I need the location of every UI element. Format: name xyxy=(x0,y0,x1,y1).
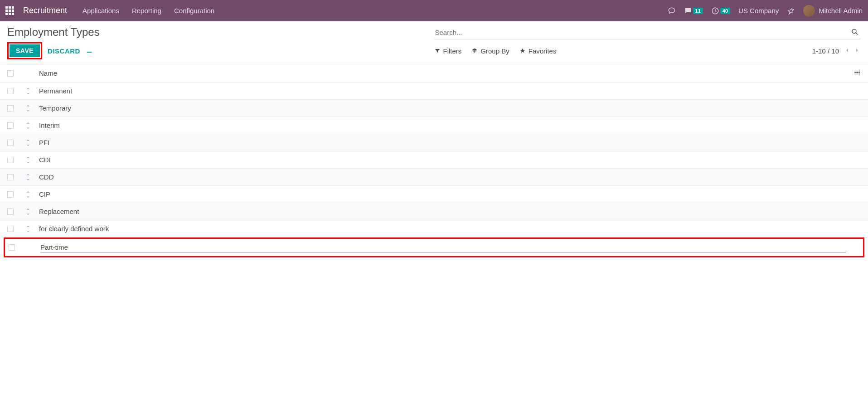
row-checkbox[interactable] xyxy=(7,208,14,215)
top-navbar: Recruitment Applications Reporting Confi… xyxy=(0,0,868,21)
drag-handle-icon[interactable] xyxy=(25,226,39,232)
search-icon[interactable] xyxy=(851,28,859,37)
table-row[interactable]: Replacement xyxy=(0,203,868,220)
messages-badge: 11 xyxy=(693,8,703,14)
filters-label: Filters xyxy=(443,47,462,55)
row-name: CIP xyxy=(39,190,847,198)
page-title: Employment Types xyxy=(7,26,434,39)
groupby-label: Group By xyxy=(480,47,509,55)
activities-badge: 40 xyxy=(720,8,730,14)
svg-line-2 xyxy=(856,33,858,34)
row-checkbox[interactable] xyxy=(7,105,14,111)
select-all-checkbox[interactable] xyxy=(7,70,14,77)
table-row[interactable]: PFI xyxy=(0,134,868,151)
row-checkbox[interactable] xyxy=(7,226,14,232)
drag-handle-icon[interactable] xyxy=(25,140,39,146)
activities-icon[interactable]: 40 xyxy=(711,7,730,15)
list-header: Name xyxy=(0,64,868,82)
support-icon[interactable] xyxy=(668,7,676,15)
apps-icon[interactable] xyxy=(5,6,14,15)
table-row[interactable]: CDD xyxy=(0,169,868,186)
row-checkbox[interactable] xyxy=(7,140,14,146)
drag-handle-icon[interactable] xyxy=(25,174,39,180)
pager: 1-10 / 10 xyxy=(812,47,861,55)
save-highlight: SAVE xyxy=(7,42,42,59)
drag-handle-icon[interactable] xyxy=(25,105,39,111)
pager-prev-icon[interactable] xyxy=(844,47,851,55)
table-row[interactable]: Interim xyxy=(0,117,868,134)
table-row[interactable]: Temporary xyxy=(0,100,868,117)
pager-text[interactable]: 1-10 / 10 xyxy=(812,47,839,55)
table-row[interactable]: for clearly defined work xyxy=(0,220,868,237)
app-brand[interactable]: Recruitment xyxy=(23,6,67,15)
messages-icon[interactable]: 11 xyxy=(684,7,703,15)
nav-configuration[interactable]: Configuration xyxy=(174,7,214,15)
control-panel: Employment Types SAVE DISCARD Filters xyxy=(0,21,868,64)
drag-handle-icon[interactable] xyxy=(25,191,39,198)
svg-point-1 xyxy=(852,29,856,33)
new-row-highlight xyxy=(4,237,864,257)
drag-handle-icon[interactable] xyxy=(25,88,39,94)
list-body: PermanentTemporaryInterimPFICDICDDCIPRep… xyxy=(0,82,868,237)
drag-handle-icon[interactable] xyxy=(25,122,39,129)
search-input[interactable] xyxy=(434,26,861,39)
row-checkbox[interactable] xyxy=(7,191,14,198)
optional-columns-icon[interactable] xyxy=(847,69,861,77)
search-bar[interactable] xyxy=(434,26,861,39)
save-button[interactable]: SAVE xyxy=(10,44,40,57)
table-row[interactable]: Permanent xyxy=(0,82,868,100)
svg-point-3 xyxy=(859,71,860,72)
row-name: for clearly defined work xyxy=(39,225,847,232)
favorites-button[interactable]: Favorites xyxy=(519,47,557,55)
discard-button[interactable]: DISCARD xyxy=(48,47,80,55)
row-name: Temporary xyxy=(39,104,847,112)
row-checkbox[interactable] xyxy=(7,157,14,163)
nav-reporting[interactable]: Reporting xyxy=(132,7,161,15)
drag-handle-icon[interactable] xyxy=(25,208,39,215)
favorites-label: Favorites xyxy=(529,47,557,55)
row-checkbox[interactable] xyxy=(7,174,14,180)
row-name: PFI xyxy=(39,139,847,146)
user-menu[interactable]: Mitchell Admin xyxy=(803,5,863,17)
groupby-button[interactable]: Group By xyxy=(471,47,509,55)
filters-button[interactable]: Filters xyxy=(434,47,462,55)
svg-point-4 xyxy=(859,72,860,73)
user-name: Mitchell Admin xyxy=(819,7,863,15)
row-name: CDD xyxy=(39,173,847,181)
table-row[interactable]: CDI xyxy=(0,151,868,169)
company-switcher[interactable]: US Company xyxy=(738,7,779,15)
row-name: Replacement xyxy=(39,208,847,215)
row-checkbox[interactable] xyxy=(7,88,14,94)
avatar xyxy=(803,5,815,17)
row-name: Interim xyxy=(39,121,847,129)
row-name: Permanent xyxy=(39,87,847,95)
row-checkbox[interactable] xyxy=(7,122,14,129)
table-row[interactable]: CIP xyxy=(0,186,868,203)
row-checkbox[interactable] xyxy=(9,244,15,251)
new-name-input[interactable] xyxy=(40,242,846,252)
export-icon[interactable] xyxy=(86,47,93,55)
debug-icon[interactable] xyxy=(787,7,795,15)
table-row-new[interactable] xyxy=(5,239,863,256)
drag-handle-icon[interactable] xyxy=(25,157,39,163)
nav-applications[interactable]: Applications xyxy=(82,7,119,15)
row-name: CDI xyxy=(39,156,847,164)
pager-next-icon[interactable] xyxy=(853,47,861,55)
column-name[interactable]: Name xyxy=(39,69,847,77)
svg-point-5 xyxy=(859,73,860,74)
